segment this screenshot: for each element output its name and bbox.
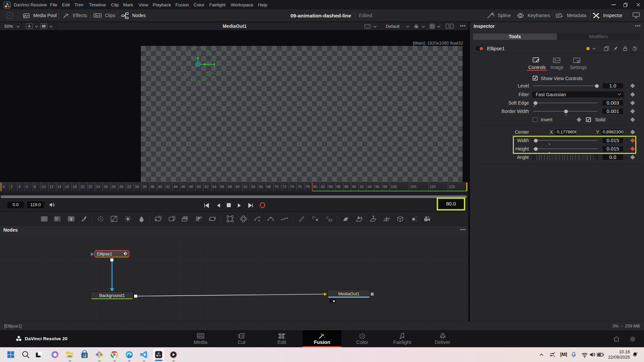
svg-text:T: T — [70, 217, 73, 222]
svg-text:T: T — [372, 215, 375, 220]
svg-text:z: z — [636, 352, 638, 354]
